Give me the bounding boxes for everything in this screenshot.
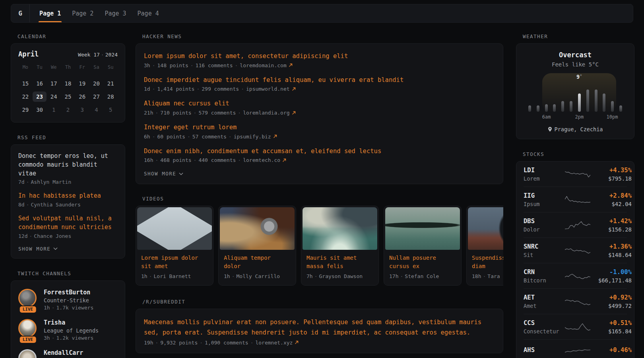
calendar-day: 27 bbox=[89, 91, 104, 102]
hn-domain-link[interactable]: loremlandia.org bbox=[243, 110, 289, 116]
video-card[interactable]: Suspendisse diam 18h·Tara bbox=[466, 206, 503, 286]
twitch-channel-row[interactable]: LIVE Trisha League of Legends 3h·1.2k vi… bbox=[18, 319, 118, 341]
video-card[interactable]: Aliquam tempor dolor nec pharetra… 1h·Mo… bbox=[218, 206, 296, 286]
hn-item-title[interactable]: Integer eget rutrum lorem bbox=[144, 123, 495, 132]
video-card[interactable]: Lorem ipsum dolor sit amet consectetu… 1… bbox=[136, 206, 213, 286]
hn-show-more-button[interactable]: SHOW MORE bbox=[144, 171, 495, 177]
calendar-weekday-label: Su bbox=[103, 64, 118, 72]
post-comments[interactable]: 1,090 comments bbox=[205, 340, 248, 346]
stock-name: Lorem bbox=[524, 175, 565, 182]
degree-symbol: ° bbox=[580, 74, 582, 79]
hn-domain-link[interactable]: loremdomain.com bbox=[240, 62, 286, 68]
stock-sparkline bbox=[565, 296, 590, 307]
rss-item-title[interactable]: Donec tempor eros leo, ut commodo mauris… bbox=[18, 152, 118, 178]
video-card[interactable]: Nullam posuere cursus ex 17h·Stefan Cole bbox=[384, 206, 462, 286]
weather-location[interactable]: Prague, Czechia bbox=[524, 126, 626, 132]
tab-page-4[interactable]: Page 4 bbox=[132, 4, 165, 22]
video-card[interactable]: Mauris sit amet massa felis 7h·Grayson D… bbox=[301, 206, 379, 286]
calendar-day: 21 bbox=[103, 78, 118, 89]
rss-item-title[interactable]: Sed volutpat nulla nisl, a condimentum n… bbox=[18, 214, 118, 232]
post-domain-link[interactable]: loremnet.xyz bbox=[255, 340, 293, 346]
weather-location-label: Prague, Czechia bbox=[555, 126, 603, 132]
tab-page-2[interactable]: Page 2 bbox=[66, 4, 99, 22]
twitch-channel-row[interactable]: LIVE ForrestBurton Counter-Strike 1h·1.7… bbox=[18, 289, 118, 311]
hn-comments[interactable]: 579 comments bbox=[198, 110, 236, 116]
temp-value: 9 bbox=[576, 74, 580, 80]
tab-page-3[interactable]: Page 3 bbox=[99, 4, 132, 22]
video-channel: Tara bbox=[487, 273, 500, 279]
hn-comments[interactable]: 116 comments bbox=[196, 62, 233, 68]
stock-row[interactable]: AETAmet +0.92%$499.72 bbox=[524, 288, 627, 314]
weather-section-label: WEATHER bbox=[523, 33, 634, 39]
calendar-day: 24 bbox=[47, 91, 61, 102]
hn-comments[interactable]: 440 comments bbox=[198, 157, 236, 163]
subreddit-post-title[interactable]: Maecenas mollis pulvinar erat non posuer… bbox=[144, 317, 495, 338]
video-meta: 17h·Stefan Cole bbox=[389, 273, 456, 279]
avatar bbox=[18, 319, 37, 337]
weather-hour-bar bbox=[553, 104, 556, 112]
video-title: Nullam posuere cursus ex bbox=[389, 254, 456, 270]
hn-item: Donec imperdiet augue tincidunt felis al… bbox=[144, 76, 495, 92]
stock-ticker: IIG bbox=[524, 192, 565, 199]
hn-points: 148 points bbox=[157, 62, 188, 68]
stock-row[interactable]: DBSDolor +1.42%$156.28 bbox=[524, 212, 627, 237]
hn-comments[interactable]: 57 comments bbox=[192, 134, 227, 140]
twitch-channel-row[interactable]: KendallCarr bbox=[18, 349, 118, 358]
stock-change: +0.46% bbox=[590, 346, 632, 354]
stock-ticker: LDI bbox=[524, 167, 565, 174]
rss-show-more-button[interactable]: SHOW MORE bbox=[18, 246, 118, 252]
rss-item-time: 12d bbox=[18, 233, 27, 239]
video-channel: Grayson Dawson bbox=[319, 273, 363, 279]
separator-dot: · bbox=[101, 52, 104, 58]
hn-item-title[interactable]: Donec imperdiet augue tincidunt felis al… bbox=[144, 76, 495, 85]
stock-sparkline bbox=[565, 270, 590, 282]
dashboard-page: G Page 1 Page 2 Page 3 Page 4 CALENDAR A… bbox=[0, 0, 644, 358]
hn-item-title[interactable]: Donec enim nibh, condimentum et accumsan… bbox=[144, 147, 495, 156]
stock-ticker: AHS bbox=[524, 346, 565, 354]
hacker-news-widget: Lorem ipsum dolor sit amet, consectetur … bbox=[136, 43, 503, 184]
app-logo[interactable]: G bbox=[11, 4, 30, 22]
show-more-label: SHOW MORE bbox=[18, 246, 50, 252]
stock-sparkline bbox=[565, 321, 590, 333]
post-age: 19h bbox=[144, 340, 153, 346]
twitch-avatar-wrap: LIVE bbox=[18, 289, 37, 311]
hn-domain-link[interactable]: ipsumworld.net bbox=[246, 86, 290, 92]
stock-row[interactable]: CRNBitcorn -1.00%$66,171.48 bbox=[524, 263, 627, 288]
stock-row[interactable]: IIGIpsum +2.84%$42.04 bbox=[524, 187, 627, 212]
stock-ticker: CCS bbox=[524, 319, 565, 327]
stock-row[interactable]: CCSConsectetur +0.51%$165.84 bbox=[524, 314, 627, 339]
rss-item-author: Cynthia Saunders bbox=[31, 202, 80, 208]
videos-section-label: VIDEOS bbox=[142, 196, 503, 202]
twitch-channel-meta: 3h·1.2k viewers bbox=[44, 335, 99, 341]
weather-current-temp: 9° bbox=[576, 74, 582, 80]
calendar-day: 22 bbox=[18, 91, 33, 102]
hn-domain-link[interactable]: ipsumify.biz bbox=[234, 134, 271, 140]
stock-price: $499.72 bbox=[590, 303, 632, 309]
twitch-channel-meta: 1h·1.7k viewers bbox=[44, 305, 93, 311]
hn-comments[interactable]: 299 comments bbox=[202, 86, 239, 92]
stock-row[interactable]: SNRCSit +1.36%$148.64 bbox=[524, 237, 627, 263]
tab-page-1[interactable]: Page 1 bbox=[34, 4, 66, 22]
stock-change: +1.42% bbox=[590, 218, 632, 225]
rss-widget: Donec tempor eros leo, ut commodo mauris… bbox=[11, 144, 125, 259]
rss-item: In hac habitasse platea 8d·Cynthia Saund… bbox=[18, 192, 118, 208]
weather-time-label: 6am bbox=[542, 114, 551, 120]
stock-row[interactable]: LDILorem +4.35%$795.18 bbox=[524, 161, 627, 187]
video-channel: Molly Carrillo bbox=[236, 273, 280, 279]
separator-dot: · bbox=[187, 134, 190, 140]
hn-item-title[interactable]: Lorem ipsum dolor sit amet, consectetur … bbox=[144, 52, 495, 61]
separator-dot: · bbox=[241, 86, 244, 92]
rss-item-title[interactable]: In hac habitasse platea bbox=[18, 192, 118, 200]
twitch-widget: LIVE ForrestBurton Counter-Strike 1h·1.7… bbox=[11, 280, 125, 358]
hn-item-title[interactable]: Aliquam nec cursus elit bbox=[144, 99, 495, 108]
stock-change: +4.35% bbox=[590, 167, 632, 174]
hn-domain-link[interactable]: loremtech.co bbox=[243, 157, 280, 163]
video-thumbnail bbox=[137, 207, 212, 250]
stock-change: +0.51% bbox=[590, 319, 632, 327]
hn-item: Donec enim nibh, condimentum et accumsan… bbox=[144, 147, 495, 163]
hn-time: 6h bbox=[144, 134, 150, 140]
twitch-uptime: 1h bbox=[44, 305, 50, 311]
stock-row[interactable]: AHS +0.46% bbox=[524, 339, 627, 358]
weather-hour-bar bbox=[611, 101, 614, 112]
chevron-down-icon bbox=[179, 172, 183, 175]
